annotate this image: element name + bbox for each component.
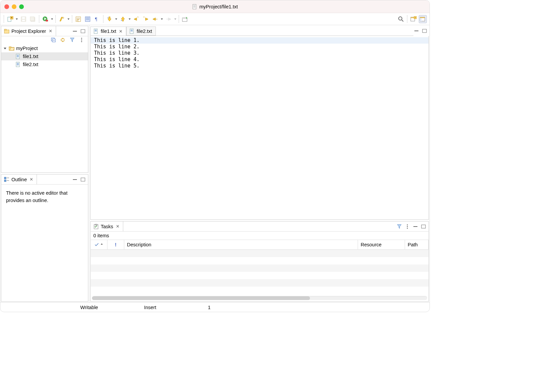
status-mode: Insert <box>138 305 202 310</box>
svg-text:*: * <box>137 16 139 19</box>
editor-tab-file2[interactable]: file2.txt <box>126 27 156 36</box>
minimize-view-button[interactable] <box>72 29 78 34</box>
run-button[interactable] <box>41 15 49 23</box>
tasks-col-description[interactable]: Description <box>124 240 358 249</box>
pin-editor-button[interactable] <box>181 15 189 23</box>
save-all-button[interactable] <box>29 15 37 23</box>
back-to-button[interactable]: * <box>142 15 150 23</box>
tree-project-row[interactable]: myProject <box>1 44 88 52</box>
expand-icon[interactable] <box>3 47 7 50</box>
tree-file-label: file2.txt <box>23 62 38 67</box>
svg-point-28 <box>399 17 402 20</box>
table-row <box>91 279 429 287</box>
tasks-col-resource[interactable]: Resource <box>358 240 405 249</box>
svg-rect-74 <box>422 29 426 33</box>
close-icon[interactable]: ✕ <box>119 29 123 34</box>
svg-rect-64 <box>81 178 85 181</box>
svg-rect-36 <box>420 18 422 21</box>
toolbar-separator <box>39 15 39 23</box>
tasks-icon <box>93 224 99 229</box>
right-column: file1.txt ✕ file2.txt This is line 1. Th… <box>90 25 430 302</box>
status-bar: Writable Insert 1 <box>0 302 430 312</box>
tree-file-row[interactable]: file1.txt <box>1 52 88 60</box>
new-button[interactable]: ✦ <box>6 15 14 23</box>
toolbar-separator <box>103 15 103 23</box>
project-explorer-toolbar <box>1 36 88 44</box>
minimize-window-button[interactable] <box>12 4 16 9</box>
svg-rect-63 <box>73 179 77 180</box>
status-writable: Writable <box>74 305 138 310</box>
next-annotation-dropdown[interactable] <box>115 18 118 20</box>
project-folder-icon <box>9 46 15 51</box>
search-tool-dropdown[interactable] <box>67 18 70 20</box>
svg-rect-40 <box>81 30 85 33</box>
editor-line: This is line 5. <box>91 63 429 69</box>
collapse-all-button[interactable] <box>50 38 56 42</box>
tasks-col-completed[interactable] <box>91 240 107 249</box>
tasks-table[interactable] <box>91 250 429 296</box>
editor-tab-file1[interactable]: file1.txt ✕ <box>90 27 126 36</box>
tree-file-row[interactable]: file2.txt <box>1 60 88 68</box>
close-window-button[interactable] <box>4 4 9 9</box>
svg-rect-59 <box>4 177 6 179</box>
last-edit-location-button[interactable]: * <box>132 15 140 23</box>
next-annotation-button[interactable]: • <box>105 15 114 23</box>
view-menu-button[interactable] <box>79 38 85 42</box>
tasks-col-path[interactable]: Path <box>405 240 429 249</box>
view-menu-button[interactable] <box>404 224 410 229</box>
table-row <box>91 257 429 264</box>
maximize-view-button[interactable] <box>80 29 86 34</box>
svg-rect-10 <box>22 20 25 21</box>
minimize-editor-button[interactable] <box>413 29 419 33</box>
main-toolbar: ✦ ¶ • • * * + <box>0 13 430 25</box>
minimize-view-button[interactable] <box>72 177 78 182</box>
toggle-block-selection-button[interactable] <box>84 15 92 23</box>
file-icon <box>15 54 21 59</box>
maximize-window-button[interactable] <box>19 4 24 9</box>
back-button[interactable] <box>151 15 159 23</box>
editor-tabs: file1.txt ✕ file2.txt <box>90 26 413 36</box>
back-dropdown[interactable] <box>161 18 163 20</box>
editor-line: This is line 1. <box>91 37 429 44</box>
save-button[interactable] <box>19 15 28 23</box>
horizontal-scrollbar[interactable] <box>92 296 427 300</box>
minimize-view-button[interactable] <box>412 224 418 229</box>
tasks-col-priority[interactable]: ! <box>107 240 124 249</box>
project-explorer-tab[interactable]: Project Explorer ✕ <box>1 26 56 36</box>
maximize-view-button[interactable] <box>420 224 426 229</box>
file-icon <box>93 29 99 34</box>
resource-perspective-button[interactable] <box>419 15 427 23</box>
filter-button[interactable] <box>396 224 402 229</box>
outline-title: Outline <box>11 177 27 182</box>
left-column: Project Explorer ✕ myProject <box>0 25 90 302</box>
svg-text:+: + <box>414 16 416 19</box>
link-editor-button[interactable] <box>60 38 66 42</box>
prev-annotation-button[interactable]: • <box>119 15 127 23</box>
maximize-view-button[interactable] <box>80 177 86 182</box>
status-position: 1 <box>202 305 215 310</box>
search-button[interactable] <box>397 15 405 23</box>
new-dropdown[interactable] <box>15 18 18 20</box>
file-icon <box>192 4 197 9</box>
search-tool-button[interactable] <box>58 15 66 23</box>
close-icon[interactable]: ✕ <box>116 224 120 229</box>
editor-line: This is line 4. <box>91 56 429 63</box>
prev-annotation-dropdown[interactable] <box>128 18 131 20</box>
close-icon[interactable]: ✕ <box>30 177 33 182</box>
forward-dropdown[interactable] <box>174 18 177 20</box>
show-whitespace-button[interactable]: ¶ <box>93 15 101 23</box>
forward-button[interactable] <box>165 15 173 23</box>
toggle-word-wrap-button[interactable] <box>74 15 82 23</box>
run-dropdown[interactable] <box>51 18 53 20</box>
open-perspective-button[interactable]: + <box>409 15 417 23</box>
svg-point-78 <box>407 226 408 227</box>
close-icon[interactable]: ✕ <box>49 29 52 34</box>
editor-text-area[interactable]: This is line 1. This is line 2. This is … <box>90 36 429 220</box>
maximize-editor-button[interactable] <box>421 29 428 33</box>
svg-text:*: * <box>143 16 145 19</box>
tasks-tab[interactable]: Tasks ✕ <box>91 222 123 231</box>
svg-rect-80 <box>413 226 417 227</box>
filter-button[interactable] <box>69 38 75 42</box>
outline-tab[interactable]: Outline ✕ <box>1 175 37 184</box>
main-area: Project Explorer ✕ myProject <box>0 25 430 302</box>
